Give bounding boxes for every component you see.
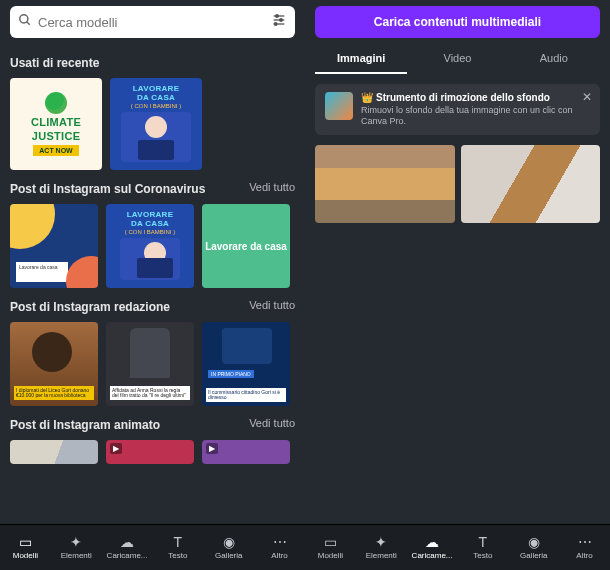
cloud-upload-icon: ☁ (120, 535, 134, 549)
bottom-nav-right: ▭ Modelli ✦ Elementi ☁ Caricame... T Tes… (305, 524, 610, 570)
climate-line2: JUSTICE (32, 131, 81, 142)
banner-title: 👑Strumento di rimozione dello sfondo (361, 92, 590, 103)
lav2-l1: LAVORARE (127, 210, 174, 219)
nav-label: Elementi (61, 551, 92, 560)
text-icon: T (479, 535, 488, 549)
climate-badge: ACT NOW (33, 145, 78, 156)
template-lavorare-2[interactable]: LAVORARE DA CASA ( CON I BAMBINI ) (106, 204, 194, 288)
upload-media-button[interactable]: Carica contenuti multimediali (315, 6, 600, 38)
bottom-nav-left: ▭ Modelli ✦ Elementi ☁ Caricame... T Tes… (0, 524, 305, 570)
elements-icon: ✦ (70, 535, 82, 549)
nav-label: Altro (271, 551, 287, 560)
nav-altro[interactable]: ⋯ Altro (254, 525, 305, 570)
banner-desc: Rimuovi lo sfondo della tua immagine con… (361, 105, 590, 127)
template-news-3[interactable]: IN PRIMO PIANO Il commissario cittadino … (202, 322, 290, 406)
bg-remover-icon (325, 92, 353, 120)
lavorare-l1: LAVORARE (133, 84, 180, 93)
nav-label: Testo (473, 551, 492, 560)
more-icon: ⋯ (273, 535, 287, 549)
camera-icon: ◉ (223, 535, 235, 549)
template-climate-justice[interactable]: CLIMATE JUSTICE ACT NOW (10, 78, 102, 170)
illustration (120, 238, 180, 280)
climate-line1: CLIMATE (31, 117, 81, 128)
nav-label: Testo (168, 551, 187, 560)
elements-icon: ✦ (375, 535, 387, 549)
template-lavorare-green[interactable]: Lavorare da casa (202, 204, 290, 288)
animato-see-all[interactable]: Vedi tutto (249, 417, 295, 429)
tab-audio[interactable]: Audio (508, 44, 600, 74)
nav-label: Galleria (215, 551, 243, 560)
crown-icon: 👑 (361, 92, 373, 103)
section-recent-title: Usati di recente (10, 56, 295, 70)
redazione-see-all[interactable]: Vedi tutto (249, 299, 295, 311)
nav-elementi[interactable]: ✦ Elementi (356, 525, 407, 570)
illustration (121, 112, 191, 162)
nav-label: Caricame... (412, 551, 453, 560)
nav-label: Altro (576, 551, 592, 560)
nav-altro[interactable]: ⋯ Altro (559, 525, 610, 570)
nav-modelli[interactable]: ▭ Modelli (305, 525, 356, 570)
news3-tag: IN PRIMO PIANO (208, 370, 254, 378)
search-icon (18, 13, 32, 31)
templates-icon: ▭ (324, 535, 337, 549)
svg-point-3 (276, 15, 279, 18)
earth-icon (45, 92, 67, 114)
nav-testo[interactable]: T Testo (152, 525, 203, 570)
svg-point-0 (20, 15, 28, 23)
uploaded-image-2[interactable] (461, 145, 601, 223)
camera-icon: ◉ (528, 535, 540, 549)
template-anim-2[interactable] (106, 440, 194, 464)
nav-label: Galleria (520, 551, 548, 560)
lavorare-l2: DA CASA (137, 93, 175, 102)
cloud-upload-icon: ☁ (425, 535, 439, 549)
lavorare-l3: ( CON I BAMBINI ) (131, 103, 181, 109)
template-anim-1[interactable] (10, 440, 98, 464)
news1-headline: I diplomati del Liceo Gori donano €10.00… (14, 386, 94, 400)
photo (222, 328, 272, 364)
nav-galleria[interactable]: ◉ Galleria (508, 525, 559, 570)
green-text: Lavorare da casa (205, 241, 287, 252)
sliders-icon[interactable] (271, 12, 287, 32)
more-icon: ⋯ (578, 535, 592, 549)
template-abstract[interactable]: Lavorare da casa (10, 204, 98, 288)
section-animato-title: Post di Instagram animato (10, 418, 160, 432)
section-redazione-title: Post di Instagram redazione (10, 300, 170, 314)
template-anim-3[interactable] (202, 440, 290, 464)
nav-galleria[interactable]: ◉ Galleria (203, 525, 254, 570)
nav-caricamenti[interactable]: ☁ Caricame... (407, 525, 458, 570)
search-bar[interactable] (10, 6, 295, 38)
photo (130, 328, 170, 378)
svg-point-7 (274, 23, 277, 26)
template-news-2[interactable]: Affidata ad Anna Rossi la regia del film… (106, 322, 194, 406)
nav-label: Modelli (318, 551, 343, 560)
section-corona-title: Post di Instagram sul Coronavirus (10, 182, 205, 196)
news3-headline: Il commissario cittadino Gori si è dimes… (206, 388, 286, 402)
nav-modelli[interactable]: ▭ Modelli (0, 525, 51, 570)
lav2-l2: DA CASA (131, 219, 169, 228)
template-lavorare[interactable]: LAVORARE DA CASA ( CON I BAMBINI ) (110, 78, 202, 170)
lav2-l3: ( CON I BAMBINI ) (125, 229, 175, 235)
svg-line-1 (27, 22, 30, 25)
nav-label: Modelli (13, 551, 38, 560)
close-icon[interactable]: ✕ (582, 90, 592, 104)
nav-testo[interactable]: T Testo (457, 525, 508, 570)
template-news-1[interactable]: I diplomati del Liceo Gori donano €10.00… (10, 322, 98, 406)
tab-images[interactable]: Immagini (315, 44, 407, 74)
tab-video[interactable]: Video (411, 44, 503, 74)
bg-remover-banner[interactable]: 👑Strumento di rimozione dello sfondo Rim… (315, 84, 600, 135)
templates-icon: ▭ (19, 535, 32, 549)
nav-caricamenti[interactable]: ☁ Caricame... (102, 525, 153, 570)
uploaded-images (315, 145, 600, 223)
media-tabs: Immagini Video Audio (305, 44, 610, 74)
search-input[interactable] (38, 15, 271, 30)
corona-see-all[interactable]: Vedi tutto (249, 181, 295, 193)
nav-elementi[interactable]: ✦ Elementi (51, 525, 102, 570)
photo (32, 332, 72, 372)
text-icon: T (174, 535, 183, 549)
svg-point-5 (280, 19, 283, 22)
nav-label: Elementi (366, 551, 397, 560)
abstract-label: Lavorare da casa (16, 262, 68, 282)
news2-headline: Affidata ad Anna Rossi la regia del film… (110, 386, 190, 400)
uploaded-image-1[interactable] (315, 145, 455, 223)
nav-label: Caricame... (107, 551, 148, 560)
